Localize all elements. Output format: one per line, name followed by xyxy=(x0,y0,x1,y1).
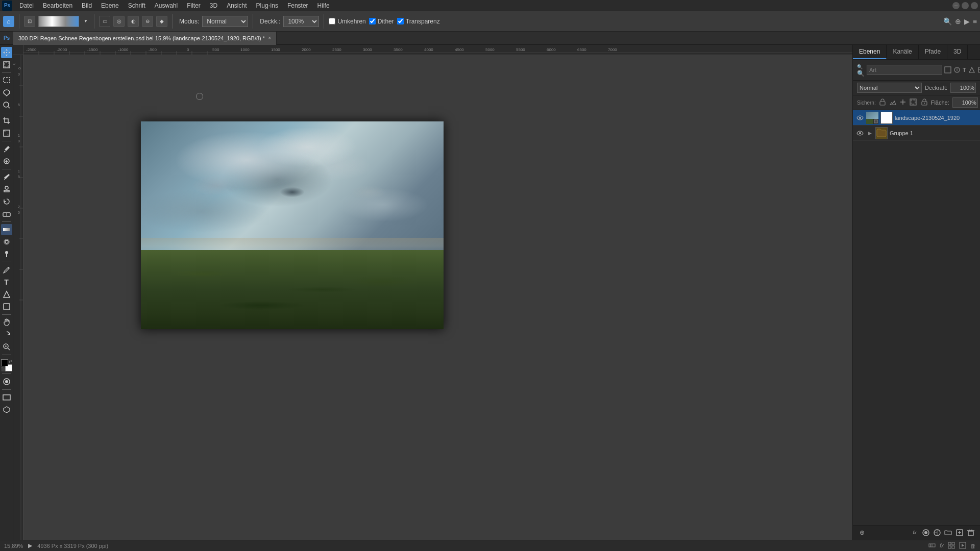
gradient-preview[interactable] xyxy=(38,16,79,27)
layer-new-button[interactable] xyxy=(954,528,965,538)
menu-ebene[interactable]: Ebene xyxy=(97,1,123,10)
3d-mode-button[interactable] xyxy=(1,404,12,415)
swap-colors-icon[interactable]: ⇄ xyxy=(9,359,12,364)
select-tool[interactable] xyxy=(1,75,12,86)
screen-mode-button[interactable] xyxy=(1,392,12,403)
layer-fx-button[interactable]: fx xyxy=(910,528,920,538)
layer-visibility-landscape[interactable] xyxy=(856,114,864,122)
layer-filter-shape[interactable] xyxy=(968,65,975,75)
lock-transparent-button[interactable] xyxy=(879,98,886,107)
menu-ansicht[interactable]: Ansicht xyxy=(223,1,251,10)
history-tool[interactable] xyxy=(1,196,12,207)
layer-blend-select[interactable]: Normal Multiplizieren Bildschirm Überlag… xyxy=(857,83,922,93)
tab-pfade[interactable]: Pfade xyxy=(919,45,947,59)
artboard-tool[interactable] xyxy=(1,59,12,70)
status-trash-icon[interactable]: 🗑 xyxy=(970,543,976,549)
layer-adjustment-button[interactable] xyxy=(932,528,942,538)
quick-select-tool[interactable] xyxy=(1,99,12,111)
layer-mask-button[interactable] xyxy=(921,528,931,538)
eyedropper-tool[interactable] xyxy=(1,143,12,155)
lock-position-button[interactable] xyxy=(899,98,906,107)
default-colors-icon[interactable]: ⬛ xyxy=(1,367,6,371)
layer-filter-smart[interactable] xyxy=(977,65,980,75)
umkehren-checkbox[interactable] xyxy=(329,18,335,24)
lock-artboard-button[interactable] xyxy=(910,98,917,107)
path-select-tool[interactable] xyxy=(1,289,12,300)
status-fx-icon[interactable]: fx xyxy=(940,543,944,548)
menu-bild[interactable]: Bild xyxy=(78,1,96,10)
lock-image-button[interactable] xyxy=(889,98,896,107)
minimize-button[interactable]: ─ xyxy=(952,2,960,9)
layer-group-button[interactable] xyxy=(943,528,953,538)
workspace-button[interactable]: ≡ xyxy=(973,17,977,26)
gradient-tool[interactable] xyxy=(1,224,12,235)
color-pair[interactable]: ⇄ ⬛ xyxy=(1,359,12,371)
brush-tool[interactable] xyxy=(1,171,12,183)
close-button[interactable] xyxy=(971,2,978,9)
menu-bearbeiten[interactable]: Bearbeiten xyxy=(39,1,77,10)
maximize-button[interactable] xyxy=(962,2,969,9)
radial-gradient-button[interactable]: ◎ xyxy=(113,16,125,27)
rotate-view-tool[interactable] xyxy=(1,329,12,340)
app-icon[interactable]: Ps xyxy=(2,1,12,11)
dither-checkbox[interactable] xyxy=(369,18,376,24)
layers-search-input[interactable] xyxy=(867,65,942,75)
layer-filter-text[interactable]: T xyxy=(963,65,966,75)
stamp-tool[interactable] xyxy=(1,184,12,195)
status-play-icon[interactable] xyxy=(959,542,966,550)
fill-input[interactable] xyxy=(952,97,978,108)
linear-gradient-button[interactable]: ▭ xyxy=(99,16,110,27)
opacity-input[interactable] xyxy=(950,83,976,93)
angle-gradient-button[interactable]: ◐ xyxy=(128,16,139,27)
frame-tool[interactable] xyxy=(1,128,12,139)
crop-tool[interactable] xyxy=(1,115,12,127)
menu-3d[interactable]: 3D xyxy=(206,1,222,10)
tab-close-button[interactable]: × xyxy=(268,35,271,41)
status-timeline-icon[interactable] xyxy=(928,542,936,550)
layer-expand-gruppe1[interactable]: ▶ xyxy=(866,130,873,137)
tab-kanaele[interactable]: Kanäle xyxy=(887,45,918,59)
canvas-scroll[interactable] xyxy=(23,55,852,540)
quick-mask-button[interactable] xyxy=(1,376,12,387)
panel-toggle[interactable]: ▶ xyxy=(964,17,970,26)
eraser-tool[interactable] xyxy=(1,208,12,219)
menu-filter[interactable]: Filter xyxy=(183,1,205,10)
layer-item-landscape[interactable]: landscape-2130524_1920 xyxy=(853,110,980,126)
lock-all-button[interactable] xyxy=(921,98,928,107)
document-tab[interactable]: 300 DPI Regen Schnee Regenbogen erstelle… xyxy=(13,32,277,45)
layer-filter-adjust[interactable] xyxy=(953,65,961,75)
hand-tool[interactable] xyxy=(1,317,12,328)
tool-preset-button[interactable]: ⊡ xyxy=(24,16,35,27)
status-grid-icon[interactable] xyxy=(948,542,955,550)
blur-tool[interactable] xyxy=(1,236,12,247)
pen-tool[interactable] xyxy=(1,264,12,276)
layer-delete-button[interactable] xyxy=(966,528,976,538)
search-button[interactable]: 🔍 xyxy=(943,17,952,26)
tab-ebenen[interactable]: Ebenen xyxy=(853,45,887,59)
diamond-gradient-button[interactable]: ◆ xyxy=(156,16,167,27)
menu-plugins[interactable]: Plug-ins xyxy=(252,1,282,10)
zoom-tool[interactable] xyxy=(1,341,12,353)
layer-link-icon[interactable]: ⊕ xyxy=(857,528,867,538)
shape-tool[interactable] xyxy=(1,301,12,312)
layer-item-gruppe1[interactable]: ▶ Gruppe 1 xyxy=(853,126,980,141)
tab-3d[interactable]: 3D xyxy=(947,45,968,59)
heal-tool[interactable] xyxy=(1,156,12,167)
transparenz-checkbox[interactable] xyxy=(397,18,404,24)
text-tool[interactable]: T xyxy=(1,277,12,288)
home-button[interactable]: ⌂ xyxy=(3,16,14,27)
mode-select[interactable]: Normal xyxy=(202,16,248,27)
status-arrow[interactable]: ▶ xyxy=(28,542,32,549)
gradient-dropdown-icon[interactable]: ▼ xyxy=(82,16,89,27)
foreground-color[interactable] xyxy=(1,359,8,366)
menu-hilfe[interactable]: Hilfe xyxy=(313,1,334,10)
layer-filter-pixel[interactable] xyxy=(944,65,951,75)
opacity-select[interactable]: 100% xyxy=(283,16,319,27)
move-tool[interactable] xyxy=(1,47,12,58)
layer-visibility-gruppe1[interactable] xyxy=(856,129,864,137)
menu-datei[interactable]: Datei xyxy=(15,1,38,10)
reflected-gradient-button[interactable]: ⊖ xyxy=(142,16,153,27)
dodge-tool[interactable] xyxy=(1,248,12,260)
lasso-tool[interactable] xyxy=(1,87,12,98)
menu-auswahl[interactable]: Auswahl xyxy=(151,1,182,10)
